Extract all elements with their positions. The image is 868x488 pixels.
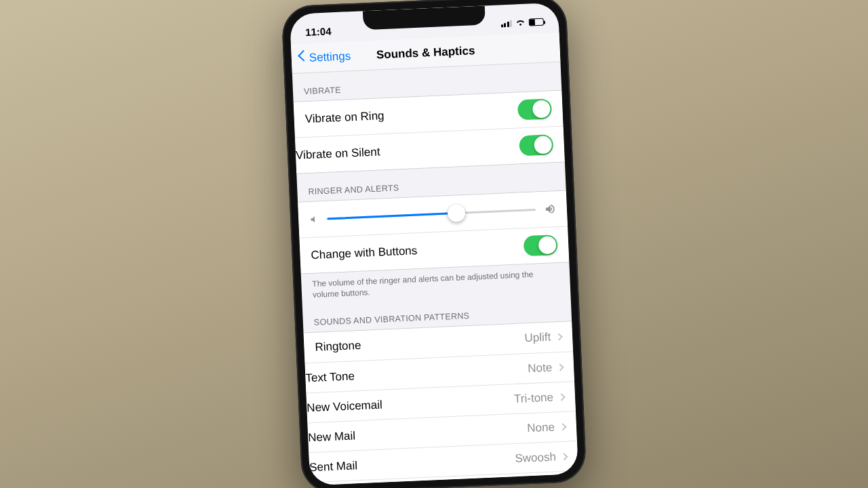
row-value: None bbox=[527, 420, 555, 435]
chevron-right-icon bbox=[557, 393, 565, 401]
row-value: Note bbox=[528, 361, 553, 375]
row-label: Vibrate on Silent bbox=[296, 145, 380, 162]
phone-frame: 11:04 Settings Sounds & Haptics Vibrate bbox=[281, 0, 587, 488]
battery-icon bbox=[529, 18, 544, 26]
chevron-right-icon bbox=[559, 423, 566, 430]
chevron-left-icon bbox=[298, 52, 307, 66]
phone-screen: 11:04 Settings Sounds & Haptics Vibrate bbox=[290, 3, 578, 486]
chevron-right-icon bbox=[560, 453, 568, 460]
row-label: Text Tone bbox=[305, 369, 355, 385]
volume-slider[interactable] bbox=[327, 200, 536, 228]
row-label: Ringtone bbox=[315, 339, 361, 354]
toggle-vibrate-on-silent[interactable] bbox=[519, 134, 553, 156]
row-value: Uplift bbox=[524, 331, 551, 346]
chevron-right-icon bbox=[561, 483, 569, 485]
volume-thumb[interactable] bbox=[447, 204, 465, 222]
vibrate-group: Vibrate on Ring Vibrate on Silent bbox=[294, 90, 565, 174]
cellular-signal-icon bbox=[500, 19, 512, 27]
row-label: New Voicemail bbox=[307, 398, 382, 415]
toggle-vibrate-on-ring[interactable] bbox=[517, 98, 552, 120]
volume-high-icon bbox=[544, 203, 557, 216]
patterns-group: Ringtone Uplift Text Tone Note New Voice… bbox=[304, 321, 578, 486]
volume-low-icon bbox=[309, 214, 319, 224]
back-label: Settings bbox=[309, 49, 351, 65]
status-indicators bbox=[500, 18, 544, 27]
chevron-right-icon bbox=[555, 333, 563, 341]
wifi-icon bbox=[515, 18, 526, 26]
row-value: Tri-tone bbox=[514, 390, 554, 406]
volume-fill bbox=[327, 212, 456, 220]
row-label: Change with Buttons bbox=[311, 244, 418, 262]
chevron-right-icon bbox=[556, 363, 564, 371]
settings-scroll[interactable]: Vibrate Vibrate on Ring Vibrate on Silen… bbox=[292, 62, 578, 486]
back-button[interactable]: Settings bbox=[298, 41, 351, 73]
page-title: Sounds & Haptics bbox=[376, 44, 475, 62]
status-time: 11:04 bbox=[305, 25, 332, 38]
row-value: Swoosh bbox=[515, 450, 556, 466]
row-label: New Mail bbox=[308, 429, 356, 445]
row-label: Sent Mail bbox=[309, 459, 358, 474]
row-value: Chord bbox=[526, 480, 557, 485]
photo-background: 11:04 Settings Sounds & Haptics Vibrate bbox=[0, 0, 868, 488]
ringer-group: Change with Buttons bbox=[298, 190, 569, 274]
toggle-change-with-buttons[interactable] bbox=[524, 235, 558, 256]
row-label: Vibrate on Ring bbox=[304, 109, 384, 126]
